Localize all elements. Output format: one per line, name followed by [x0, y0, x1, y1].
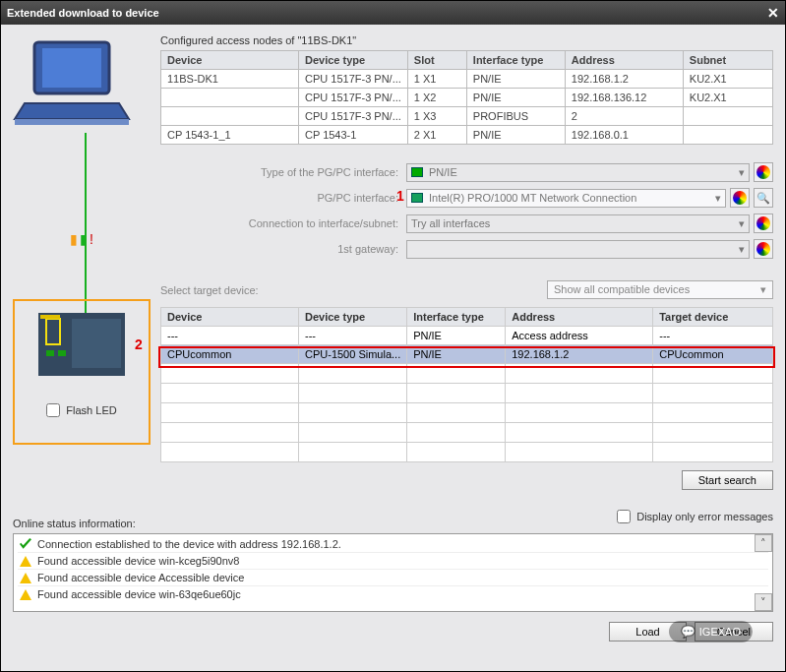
- table-row-selected[interactable]: CPUcommonCPU-1500 Simula...PN/IE192.168.…: [161, 345, 773, 364]
- table-row: [161, 443, 773, 462]
- status-item[interactable]: Found accessible device win-kceg5i90nv8: [18, 553, 768, 570]
- status-label: Online status information:: [13, 518, 136, 529]
- gw-combo[interactable]: ▾: [406, 240, 750, 259]
- table-row[interactable]: CP 1543-1_1CP 1543-12 X1PN/IE192.168.0.1: [161, 126, 773, 145]
- warn-icon: [20, 573, 31, 583]
- brand-watermark: 💬 IGEXAO: [669, 621, 753, 642]
- chevron-down-icon: ▾: [739, 166, 745, 179]
- flash-led-checkbox[interactable]: Flash LED: [46, 403, 116, 417]
- svg-rect-6: [46, 350, 54, 356]
- warn-icon: [20, 556, 31, 567]
- titlebar: Extended download to device ✕: [1, 1, 785, 25]
- status-item[interactable]: Found accessible device win-63qe6ue60jc: [18, 586, 768, 602]
- gw-label: 1st gateway:: [160, 243, 406, 255]
- plc-graphic-box: 2 Flash LED: [13, 299, 151, 445]
- pgpc-if-search-button[interactable]: 🔍: [754, 188, 773, 208]
- error-only-checkbox[interactable]: Display only error messages: [617, 510, 773, 523]
- pgpc-if-label: PG/PC interface:: [160, 192, 406, 204]
- tcol-device[interactable]: Device: [161, 308, 299, 327]
- table-row[interactable]: ------PN/IEAccess address---: [161, 327, 773, 345]
- close-icon[interactable]: ✕: [767, 5, 779, 21]
- pgpc-type-label: Type of the PG/PC interface:: [160, 166, 406, 178]
- pgpc-if-combo[interactable]: Intel(R) PRO/1000 MT Network Connection▾: [406, 189, 726, 208]
- warn-icon: [20, 589, 31, 600]
- table-row: [161, 364, 773, 384]
- col-dtype[interactable]: Device type: [299, 51, 408, 70]
- conn-config-button[interactable]: [754, 214, 773, 233]
- chevron-down-icon: ▾: [760, 283, 766, 296]
- access-table: Device Device type Slot Interface type A…: [160, 50, 773, 145]
- status-item[interactable]: Connection established to the device wit…: [18, 536, 768, 553]
- table-row: [161, 423, 773, 443]
- svg-rect-3: [15, 119, 129, 125]
- table-row: [161, 384, 773, 403]
- tcol-tdev[interactable]: Target device: [653, 308, 773, 327]
- tcol-dtype[interactable]: Device type: [299, 308, 407, 327]
- col-itype[interactable]: Interface type: [466, 51, 565, 70]
- conn-combo[interactable]: Try all interfaces▾: [406, 214, 750, 233]
- table-row[interactable]: CPU 1517F-3 PN/...1 X2PN/IE192.168.136.1…: [161, 89, 773, 107]
- pgpc-if-config-button[interactable]: [730, 188, 750, 208]
- pgpc-type-config-button[interactable]: [754, 162, 773, 182]
- start-search-button[interactable]: Start search: [682, 470, 773, 490]
- svg-rect-9: [40, 315, 60, 319]
- col-device[interactable]: Device: [161, 51, 299, 70]
- table-row: [161, 403, 773, 423]
- chevron-down-icon: ▾: [739, 217, 745, 230]
- scroll-down-button[interactable]: ˅: [755, 593, 772, 611]
- status-item[interactable]: Found accessible device Accessible devic…: [18, 570, 768, 586]
- table-row[interactable]: 11BS-DK1CPU 1517F-3 PN/...1 X1PN/IE192.1…: [161, 70, 773, 89]
- col-subnet[interactable]: Subnet: [683, 51, 772, 70]
- annotation-2: 2: [135, 336, 143, 352]
- conn-label: Connection to interface/subnet:: [160, 217, 406, 229]
- plc-icon: [32, 307, 131, 382]
- access-caption: Configured access nodes of "11BS-DK1": [160, 34, 773, 46]
- ok-icon: [20, 538, 31, 550]
- window-title: Extended download to device: [7, 7, 159, 19]
- target-table: Device Device type Interface type Addres…: [160, 307, 773, 462]
- gw-config-button[interactable]: [754, 239, 773, 259]
- select-target-label: Select target device:: [160, 284, 259, 296]
- scroll-up-button[interactable]: ˄: [755, 534, 772, 552]
- col-addr[interactable]: Address: [565, 51, 683, 70]
- status-list: Connection established to the device wit…: [13, 533, 773, 612]
- table-row[interactable]: CPU 1517F-3 PN/...1 X3PROFIBUS2: [161, 107, 773, 126]
- svg-rect-8: [72, 319, 121, 368]
- svg-rect-7: [58, 350, 66, 356]
- laptop-graphic: ▮ ▮ !: [13, 34, 160, 299]
- chevron-down-icon: ▾: [715, 192, 721, 205]
- svg-rect-1: [42, 48, 101, 88]
- annotation-1: 1: [396, 188, 404, 204]
- select-target-combo[interactable]: Show all compatible devices▾: [547, 280, 773, 299]
- chevron-down-icon: ▾: [739, 243, 745, 256]
- svg-marker-2: [15, 103, 129, 119]
- tcol-itype[interactable]: Interface type: [407, 308, 506, 327]
- pgpc-type-combo[interactable]: PN/IE▾: [406, 163, 750, 182]
- tcol-addr[interactable]: Address: [506, 308, 653, 327]
- col-slot[interactable]: Slot: [407, 51, 466, 70]
